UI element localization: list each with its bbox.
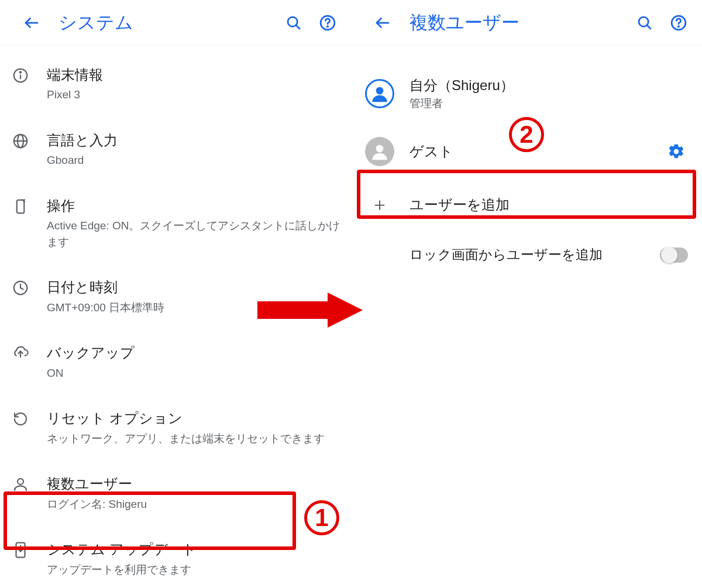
- setting-sub: ON: [47, 365, 340, 381]
- system-settings-screen: システム 端末情報 Pixel 3 言語と入力 Gboard: [0, 0, 351, 588]
- setting-languages-input[interactable]: 言語と入力 Gboard: [0, 117, 351, 183]
- back-button[interactable]: [370, 10, 395, 36]
- help-button[interactable]: [666, 10, 691, 36]
- add-user-from-lock-row[interactable]: ロック画面からユーザーを追加: [351, 231, 702, 279]
- toggle-switch[interactable]: [660, 247, 688, 263]
- setting-multiple-users[interactable]: 複数ユーザー ログイン名: Shigeru: [0, 460, 351, 526]
- svg-point-12: [24, 201, 25, 202]
- setting-system-update[interactable]: システム アップデート アップデートを利用できます: [0, 526, 351, 588]
- system-update-icon: [12, 540, 47, 559]
- add-user-row[interactable]: ＋ ユーザーを追加: [351, 179, 702, 231]
- plus-icon: ＋: [365, 192, 394, 218]
- globe-icon: [12, 131, 47, 150]
- reset-icon: [12, 409, 47, 428]
- setting-sub: アップデートを利用できます: [47, 562, 340, 578]
- setting-sub: Pixel 3: [47, 87, 340, 103]
- setting-title: リセット オプション: [47, 409, 340, 428]
- svg-rect-11: [17, 200, 25, 214]
- multiple-users-screen: 複数ユーザー 自分（Shigeru） 管理者 ゲスト ＋ ユーザーを追加: [351, 0, 702, 588]
- svg-point-22: [678, 26, 679, 27]
- svg-point-4: [327, 26, 328, 27]
- appbar-system: システム: [0, 0, 351, 46]
- svg-point-15: [18, 479, 23, 484]
- setting-title: 言語と入力: [47, 131, 340, 150]
- svg-line-20: [647, 25, 651, 29]
- search-button[interactable]: [632, 10, 658, 36]
- setting-title: 端末情報: [47, 66, 340, 84]
- user-self-row[interactable]: 自分（Shigeru） 管理者: [351, 63, 702, 124]
- page-title: 複数ユーザー: [410, 11, 624, 35]
- setting-sub: ネットワーク、アプリ、または端末をリセットできます: [47, 431, 340, 447]
- setting-reset-options[interactable]: リセット オプション ネットワーク、アプリ、または端末をリセットできます: [0, 395, 351, 460]
- settings-list: 端末情報 Pixel 3 言語と入力 Gboard 操作 Active Edge…: [0, 46, 351, 588]
- avatar-guest: [365, 137, 394, 166]
- user-self-title: 自分（Shigeru）: [410, 76, 688, 95]
- help-button[interactable]: [315, 10, 340, 36]
- setting-sub: GMT+09:00 日本標準時: [47, 300, 340, 316]
- setting-title: バックアップ: [47, 343, 340, 362]
- lock-add-label: ロック画面からユーザーを追加: [410, 246, 660, 264]
- setting-title: システム アップデート: [47, 540, 340, 559]
- person-icon: [12, 474, 47, 493]
- svg-line-2: [296, 25, 300, 29]
- user-guest-title: ゲスト: [410, 142, 665, 161]
- setting-sub: ログイン名: Shigeru: [47, 496, 340, 513]
- gestures-icon: [12, 197, 47, 215]
- add-user-label: ユーザーを追加: [410, 195, 510, 214]
- clock-icon: [12, 278, 47, 297]
- search-button[interactable]: [281, 10, 307, 36]
- svg-point-24: [376, 145, 384, 153]
- setting-backup[interactable]: バックアップ ON: [0, 329, 351, 395]
- svg-point-7: [20, 71, 21, 73]
- avatar-self: [365, 79, 394, 108]
- setting-gestures[interactable]: 操作 Active Edge: ON。スクイーズしてアシスタントに話しかけます: [0, 183, 351, 264]
- setting-sub: Gboard: [47, 152, 340, 169]
- setting-date-time[interactable]: 日付と時刻 GMT+09:00 日本標準時: [0, 264, 351, 329]
- info-icon: [12, 66, 47, 84]
- user-self-sub: 管理者: [410, 96, 688, 111]
- setting-about-phone[interactable]: 端末情報 Pixel 3: [0, 51, 351, 117]
- page-title: システム: [58, 11, 273, 35]
- cloud-upload-icon: [12, 343, 47, 362]
- back-button[interactable]: [19, 10, 44, 36]
- setting-title: 操作: [47, 197, 340, 215]
- user-guest-row[interactable]: ゲスト: [351, 124, 702, 179]
- setting-title: 日付と時刻: [47, 278, 340, 297]
- setting-sub: Active Edge: ON。スクイーズしてアシスタントに話しかけます: [47, 218, 340, 250]
- setting-title: 複数ユーザー: [47, 474, 340, 493]
- appbar-users: 複数ユーザー: [351, 0, 702, 46]
- svg-point-23: [376, 87, 384, 95]
- guest-settings-button[interactable]: [665, 143, 688, 160]
